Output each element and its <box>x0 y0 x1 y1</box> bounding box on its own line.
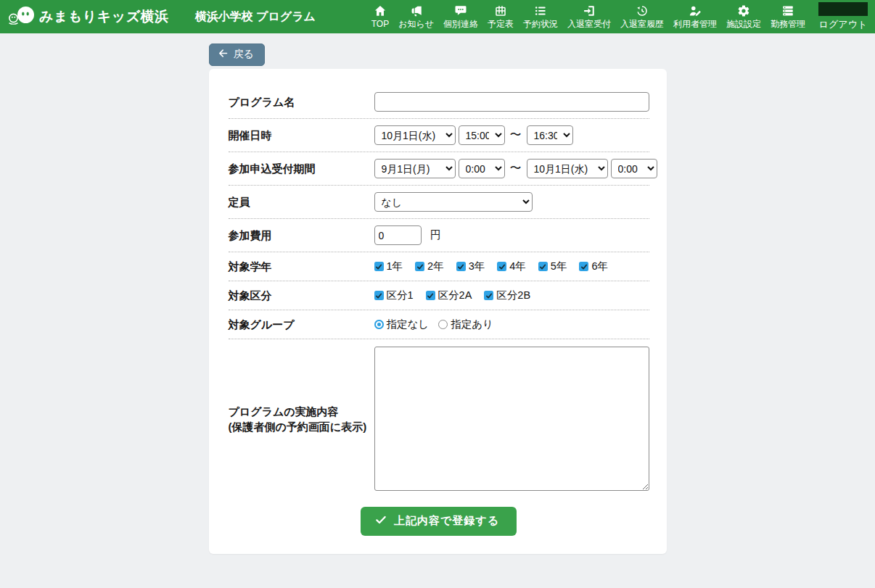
checkbox-checked-icon <box>456 262 466 271</box>
capacity-select[interactable]: なし <box>374 192 533 212</box>
nav-item-top[interactable]: TOP <box>371 4 389 29</box>
megaphone-icon <box>410 4 423 17</box>
back-button[interactable]: 戻る <box>209 44 265 66</box>
checkbox-checked-icon <box>374 262 384 271</box>
page-title: 横浜小学校 プログラム <box>195 9 316 25</box>
description-label: プログラムの実施内容 (保護者側の予約画面に表示) <box>229 404 374 434</box>
nav-label: 個別連絡 <box>443 19 478 29</box>
category-checkbox-2a[interactable]: 区分2A <box>426 289 472 302</box>
gear-icon <box>737 4 750 17</box>
radio-label: 指定なし <box>387 318 430 331</box>
checkbox-label: 2年 <box>427 260 444 273</box>
nav-item-reservations[interactable]: 予約状況 <box>523 4 558 29</box>
program-name-input[interactable] <box>374 92 649 112</box>
nav-item-facility-settings[interactable]: 施設設定 <box>726 4 761 29</box>
list-icon <box>534 4 547 17</box>
nav-item-schedule[interactable]: 予定表 <box>488 4 514 29</box>
checkbox-checked-icon <box>415 262 424 271</box>
apply-end-time-select[interactable]: 0:00 <box>611 159 657 178</box>
top-nav-bar: みまもりキッズ横浜 横浜小学校 プログラム TOP お知らせ 個別連絡 予定表 <box>0 0 875 33</box>
brand-logo[interactable]: みまもりキッズ横浜 <box>7 3 169 30</box>
capacity-row: 定員 なし <box>229 186 649 219</box>
apply-start-date-select[interactable]: 9月1日(月) <box>374 159 456 178</box>
apply-end-date-select[interactable]: 10月1日(水) <box>527 159 608 178</box>
target-group-label: 対象グループ <box>229 317 374 332</box>
nav-label: 施設設定 <box>726 19 761 29</box>
logout-button[interactable]: ログアウト <box>818 2 868 31</box>
submit-row: 上記内容で登録する <box>229 507 649 536</box>
chat-bubble-icon <box>454 4 467 17</box>
description-row: プログラムの実施内容 (保護者側の予約画面に表示) <box>229 339 649 491</box>
category-checkbox-2b[interactable]: 区分2B <box>484 289 530 302</box>
calendar-icon <box>494 4 507 17</box>
nav-item-news[interactable]: お知らせ <box>398 4 434 29</box>
event-datetime-row: 開催日時 10月1日(水) 15:00 〜 16:30 <box>229 119 649 152</box>
program-name-row: プログラム名 <box>229 86 649 119</box>
checkbox-label: 3年 <box>469 260 485 273</box>
grade-checkbox-5[interactable]: 5年 <box>538 260 567 273</box>
register-button-label: 上記内容で登録する <box>394 514 499 528</box>
event-datetime-label: 開催日時 <box>229 128 374 143</box>
checkbox-label: 5年 <box>551 260 567 273</box>
category-checkbox-1[interactable]: 区分1 <box>374 289 414 302</box>
logout-label: ログアウト <box>819 18 868 31</box>
nav-item-checkin[interactable]: 入退室受付 <box>567 4 611 29</box>
checkbox-checked-icon <box>484 291 493 300</box>
grade-checkbox-1[interactable]: 1年 <box>374 260 403 273</box>
register-button[interactable]: 上記内容で登録する <box>361 507 517 536</box>
checkbox-checked-icon <box>538 262 548 271</box>
range-separator: 〜 <box>510 128 522 143</box>
event-end-time-select[interactable]: 16:30 <box>527 125 573 145</box>
checkbox-label: 4年 <box>509 260 526 273</box>
radio-unselected-icon <box>438 320 448 329</box>
checkbox-label: 1年 <box>387 260 403 273</box>
nav-label: 入退室履歴 <box>620 19 664 29</box>
application-period-row: 参加申込受付期間 9月1日(月) 0:00 〜 10月1日(水) 0:00 <box>229 152 649 186</box>
fee-label: 参加費用 <box>229 228 374 243</box>
brand-name: みまもりキッズ横浜 <box>39 7 169 26</box>
main-content: 戻る プログラム名 開催日時 10月1日(水) 15:00 〜 16:30 <box>209 33 667 554</box>
checkbox-checked-icon <box>579 262 588 271</box>
grade-checkbox-3[interactable]: 3年 <box>456 260 485 273</box>
program-name-label: プログラム名 <box>229 94 374 109</box>
fee-row: 参加費用 円 <box>229 219 649 252</box>
nav-label: お知らせ <box>398 19 434 29</box>
target-categories-label: 対象区分 <box>229 288 374 303</box>
nav-item-messages[interactable]: 個別連絡 <box>443 4 478 29</box>
nav-label: 予定表 <box>488 19 514 29</box>
nav-item-history[interactable]: 入退室履歴 <box>620 4 664 29</box>
left-arrow-icon <box>218 48 229 61</box>
event-date-select[interactable]: 10月1日(水) <box>374 125 456 145</box>
grade-checkbox-2[interactable]: 2年 <box>415 260 444 273</box>
group-radio-specified[interactable]: 指定あり <box>438 318 493 331</box>
mascot-icon <box>7 3 36 30</box>
nav-item-attendance[interactable]: 勤務管理 <box>771 4 805 29</box>
logout-dark-box <box>818 2 868 16</box>
target-grades-label: 対象学年 <box>229 259 374 274</box>
nav-label: TOP <box>371 19 389 29</box>
grade-checkbox-4[interactable]: 4年 <box>497 260 526 273</box>
description-textarea[interactable] <box>374 347 649 491</box>
event-start-time-select[interactable]: 15:00 <box>459 125 505 145</box>
nav-label: 予約状況 <box>523 19 558 29</box>
checkbox-checked-icon <box>374 291 384 300</box>
apply-start-time-select[interactable]: 0:00 <box>459 159 505 178</box>
checkbox-label: 区分1 <box>387 289 414 302</box>
nav-item-users[interactable]: 利用者管理 <box>673 4 717 29</box>
capacity-label: 定員 <box>229 194 374 210</box>
fee-input[interactable] <box>374 225 422 245</box>
enter-room-icon <box>583 4 596 17</box>
back-button-label: 戻る <box>234 48 254 61</box>
description-label-line2: (保護者側の予約画面に表示) <box>229 419 374 434</box>
nav-label: 入退室受付 <box>567 19 611 29</box>
target-categories-row: 対象区分 区分1 区分2A 区分2B <box>229 281 649 310</box>
group-radio-none[interactable]: 指定なし <box>374 318 430 331</box>
checkbox-label: 6年 <box>591 260 608 273</box>
program-form-card: プログラム名 開催日時 10月1日(水) 15:00 〜 16:30 <box>209 69 667 554</box>
range-separator: 〜 <box>510 161 522 176</box>
fee-unit-label: 円 <box>430 228 441 242</box>
checkbox-label: 区分2B <box>496 289 530 302</box>
radio-selected-icon <box>374 320 384 329</box>
grade-checkbox-6[interactable]: 6年 <box>579 260 608 273</box>
target-grades-row: 対象学年 1年 2年 3年 4年 <box>229 252 649 281</box>
